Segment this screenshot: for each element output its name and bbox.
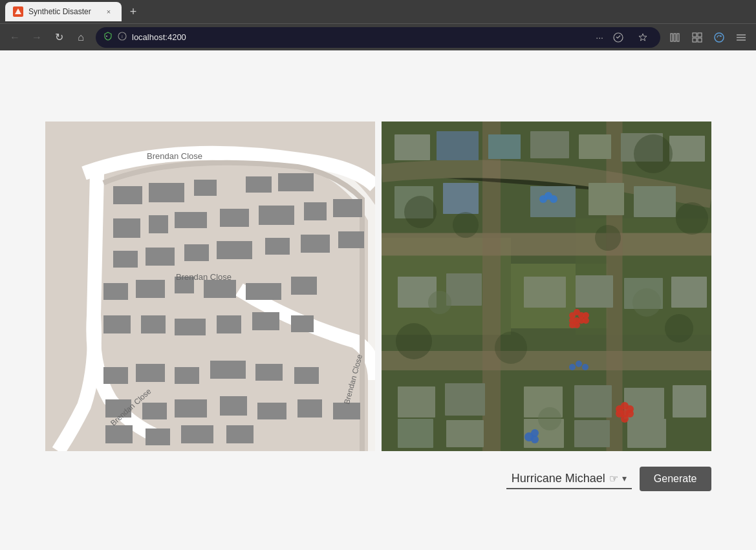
layout-icon[interactable] bbox=[687, 28, 707, 47]
svg-rect-12 bbox=[698, 38, 702, 42]
svg-marker-0 bbox=[15, 8, 21, 14]
svg-point-139 bbox=[453, 212, 479, 238]
info-icon: i bbox=[118, 32, 127, 43]
svg-rect-54 bbox=[255, 364, 283, 381]
street-map: Brendan Close Brendan Close Brendan Clos… bbox=[45, 122, 375, 451]
svg-marker-5 bbox=[639, 34, 647, 41]
svg-rect-50 bbox=[103, 367, 128, 384]
svg-point-135 bbox=[582, 364, 589, 370]
svg-rect-89 bbox=[446, 273, 482, 306]
address-menu-button[interactable]: ··· bbox=[596, 32, 603, 43]
shield-icon bbox=[103, 32, 113, 43]
svg-rect-108 bbox=[488, 134, 521, 159]
svg-rect-43 bbox=[291, 277, 317, 295]
refresh-button[interactable]: ↻ bbox=[49, 28, 69, 47]
svg-rect-38 bbox=[103, 283, 128, 300]
cursor-icon: ☞ bbox=[609, 472, 618, 485]
page-content: Brendan Close Brendan Close Brendan Clos… bbox=[0, 50, 756, 550]
new-tab-button[interactable]: + bbox=[124, 3, 142, 21]
svg-rect-45 bbox=[141, 315, 166, 333]
svg-point-13 bbox=[715, 33, 724, 42]
svg-rect-35 bbox=[265, 238, 290, 255]
library-icon[interactable] bbox=[665, 28, 685, 47]
svg-rect-49 bbox=[291, 315, 314, 332]
satellite-map bbox=[382, 122, 711, 451]
navigation-toolbar: ← → ↻ ⌂ i localhost:4200 ··· bbox=[0, 23, 756, 50]
svg-rect-6 bbox=[671, 34, 673, 41]
svg-rect-47 bbox=[217, 315, 241, 333]
svg-rect-52 bbox=[175, 367, 199, 384]
svg-rect-28 bbox=[259, 206, 294, 225]
svg-rect-27 bbox=[220, 209, 249, 227]
tab-bar: Synthetic Disaster × + bbox=[0, 0, 756, 23]
svg-text:i: i bbox=[122, 34, 123, 39]
svg-rect-41 bbox=[204, 280, 236, 298]
svg-rect-86 bbox=[589, 183, 624, 215]
svg-rect-93 bbox=[671, 277, 707, 308]
menu-icon[interactable] bbox=[731, 28, 751, 47]
svg-rect-99 bbox=[673, 385, 706, 418]
svg-rect-63 bbox=[105, 425, 133, 443]
svg-point-133 bbox=[569, 364, 576, 370]
svg-point-141 bbox=[676, 202, 708, 235]
svg-rect-66 bbox=[226, 425, 254, 443]
svg-rect-11 bbox=[693, 38, 697, 42]
svg-rect-37 bbox=[338, 231, 364, 248]
svg-rect-90 bbox=[524, 277, 566, 308]
svg-rect-65 bbox=[181, 425, 213, 443]
browser-chrome: Synthetic Disaster × + ← → ↻ ⌂ i bbox=[0, 0, 756, 50]
svg-rect-91 bbox=[576, 275, 613, 308]
disaster-dropdown[interactable]: Hurricane Michael ☞ ▾ bbox=[506, 469, 632, 489]
svg-point-143 bbox=[665, 314, 693, 343]
back-button[interactable]: ← bbox=[5, 28, 25, 47]
sync-icon[interactable] bbox=[709, 28, 729, 47]
svg-rect-59 bbox=[220, 396, 247, 416]
svg-rect-9 bbox=[693, 33, 697, 37]
svg-rect-26 bbox=[175, 212, 207, 228]
svg-rect-101 bbox=[446, 420, 484, 447]
address-bar[interactable]: i localhost:4200 ··· bbox=[96, 27, 660, 48]
svg-rect-25 bbox=[149, 215, 168, 233]
svg-rect-30 bbox=[333, 199, 362, 217]
svg-rect-79 bbox=[530, 131, 569, 158]
home-button[interactable]: ⌂ bbox=[71, 28, 91, 47]
svg-point-117 bbox=[583, 317, 589, 324]
svg-rect-97 bbox=[574, 385, 612, 418]
svg-rect-62 bbox=[333, 403, 360, 419]
tab-close-button[interactable]: × bbox=[103, 6, 114, 17]
tab-title: Synthetic Disaster bbox=[28, 7, 98, 16]
svg-point-140 bbox=[634, 134, 673, 173]
svg-rect-57 bbox=[142, 403, 167, 419]
svg-point-122 bbox=[550, 195, 557, 203]
svg-point-145 bbox=[595, 225, 621, 251]
svg-rect-94 bbox=[398, 386, 435, 418]
svg-rect-23 bbox=[278, 173, 314, 191]
pocket-icon[interactable] bbox=[609, 28, 628, 47]
svg-rect-22 bbox=[246, 176, 272, 193]
generate-button[interactable]: Generate bbox=[640, 467, 711, 491]
svg-rect-104 bbox=[627, 419, 666, 448]
svg-point-142 bbox=[396, 323, 432, 359]
svg-rect-64 bbox=[146, 428, 170, 445]
address-text: localhost:4200 bbox=[132, 32, 590, 42]
svg-point-148 bbox=[538, 407, 561, 430]
bookmark-icon[interactable] bbox=[633, 28, 653, 47]
svg-point-119 bbox=[574, 322, 580, 328]
svg-rect-7 bbox=[674, 34, 676, 41]
svg-rect-48 bbox=[252, 312, 279, 330]
svg-rect-29 bbox=[304, 202, 327, 220]
svg-point-129 bbox=[621, 415, 629, 423]
browser-tab[interactable]: Synthetic Disaster × bbox=[5, 2, 122, 21]
tab-favicon bbox=[13, 6, 23, 17]
svg-rect-34 bbox=[217, 241, 252, 259]
svg-rect-95 bbox=[445, 383, 485, 416]
forward-button[interactable]: → bbox=[27, 28, 47, 47]
svg-rect-53 bbox=[210, 361, 246, 379]
svg-rect-100 bbox=[398, 419, 433, 448]
svg-rect-19 bbox=[113, 186, 142, 204]
svg-rect-33 bbox=[184, 244, 209, 261]
svg-point-132 bbox=[531, 436, 539, 443]
svg-text:Brendan Close: Brendan Close bbox=[147, 151, 202, 161]
svg-rect-20 bbox=[149, 183, 184, 202]
svg-point-146 bbox=[428, 291, 451, 314]
